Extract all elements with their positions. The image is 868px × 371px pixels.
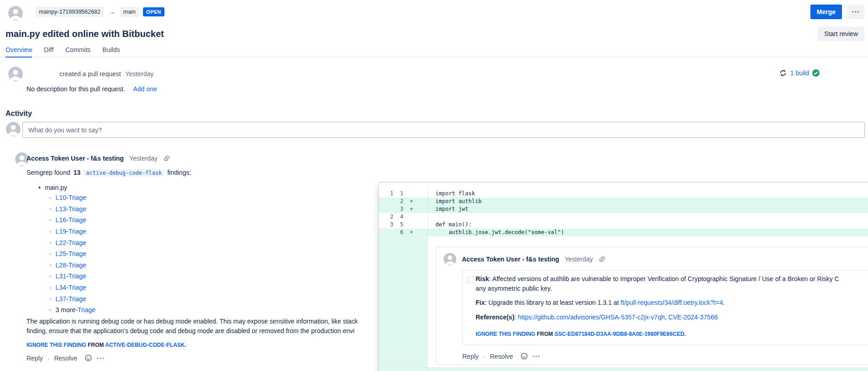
inline-comment-side: Access Token User - f&s testing Yesterda… — [428, 236, 868, 367]
new-line-number: 5 — [393, 221, 403, 229]
tab-builds[interactable]: Builds — [102, 46, 120, 57]
person-icon — [444, 253, 456, 266]
triage-link[interactable]: Triage — [69, 205, 86, 213]
inline-more-actions[interactable]: ··· — [533, 353, 540, 360]
diff-gutter-strip — [379, 236, 428, 367]
permalink-icon[interactable] — [598, 256, 606, 263]
rule-chip: active-debug-code-flask — [84, 169, 164, 177]
tab-diff[interactable]: Diff — [44, 46, 53, 57]
created-time: Yesterday — [126, 70, 154, 78]
current-user-avatar — [6, 122, 21, 136]
finding-line-link[interactable]: L28 — [56, 261, 66, 269]
triage-link[interactable]: Triage — [69, 295, 86, 303]
triage-link[interactable]: Triage — [69, 250, 86, 257]
period: . — [185, 342, 186, 348]
diff-code: 11import flask2+import authlib3+import j… — [379, 183, 868, 236]
comment-more-actions[interactable]: ··· — [97, 355, 105, 362]
diff-sign — [403, 221, 428, 229]
builds-link[interactable]: 1 build — [790, 69, 809, 77]
cve-link[interactable]: CVE-2024-37568 — [668, 314, 718, 321]
finding-checkbox[interactable] — [467, 276, 474, 283]
old-line-number — [379, 198, 393, 205]
findings-sublist: L10 - TriageL13 - TriageL16 - TriageL19 … — [49, 192, 95, 316]
risk-label: Risk — [476, 275, 489, 282]
top-actions: Merge ··· — [810, 5, 864, 19]
finding-line-link[interactable]: L25 — [56, 250, 66, 257]
triage-link[interactable]: Triage — [69, 261, 86, 269]
person-icon — [6, 122, 21, 136]
risk-line: Risk: Affected versions of authlib are v… — [476, 274, 868, 284]
tab-commits[interactable]: Commits — [65, 46, 90, 57]
start-review-button[interactable]: Start review — [818, 26, 864, 41]
code-text — [428, 213, 868, 221]
add-description-link[interactable]: Add one — [133, 85, 157, 93]
triage-link[interactable]: Triage — [69, 194, 86, 201]
ref-separator: , — [665, 314, 668, 321]
finding-line-link[interactable]: L34 — [56, 284, 66, 291]
code-text: def main(): — [428, 221, 868, 229]
triage-link[interactable]: Triage — [78, 306, 95, 314]
risk-text: Affected versions of authlib are vulnera… — [492, 275, 839, 282]
finding-item: L37 - Triage — [49, 293, 95, 304]
inline-ignore-line: IGNORE THIS FINDING FROM SSC-ED87184D-D3… — [476, 329, 868, 339]
finding-line-link[interactable]: L31 — [56, 272, 66, 280]
triage-link[interactable]: Triage — [69, 239, 86, 246]
separator-dot: · — [483, 353, 486, 360]
fix-link[interactable]: ft/pull-requests/34/diff:oetry.lock?t=4 — [621, 299, 723, 306]
new-line-number: 2 — [393, 198, 403, 205]
finding-item: L16 - Triage — [49, 214, 95, 226]
code-text: import authlib — [428, 198, 868, 205]
inline-comment-time: Yesterday — [565, 256, 593, 263]
diff-sign — [403, 190, 428, 198]
builds-status: 1 build — [779, 69, 820, 77]
finding-line-link[interactable]: L19 — [56, 228, 66, 235]
risk-line2: any asymmetric public key. — [476, 284, 868, 293]
finding-line-link[interactable]: L13 — [56, 205, 66, 213]
diff-sign: + — [403, 229, 428, 236]
triage-link[interactable]: Triage — [69, 216, 86, 224]
more-options-button[interactable]: ··· — [847, 5, 864, 19]
add-reaction-icon[interactable] — [85, 354, 92, 362]
reply-button[interactable]: Reply — [26, 355, 43, 362]
new-line-number: 4 — [393, 213, 403, 221]
reply-button[interactable]: Reply — [462, 353, 479, 360]
triage-link[interactable]: Triage — [69, 228, 86, 235]
ignore-finding-link[interactable]: IGNORE THIS FINDING — [26, 342, 86, 348]
finding-more-item: 3 more - Triage — [49, 304, 95, 316]
finding-line-link[interactable]: L37 — [56, 295, 66, 303]
finding-line-link[interactable]: L16 — [56, 216, 66, 224]
tab-overview[interactable]: Overview — [5, 46, 32, 57]
old-line-number: 3 — [379, 221, 393, 229]
resolve-button[interactable]: Resolve — [490, 353, 513, 360]
diff-next-row-partial — [379, 367, 868, 371]
merge-button[interactable]: Merge — [810, 5, 842, 19]
from-label: FROM — [88, 342, 104, 348]
permalink-icon[interactable] — [163, 155, 170, 162]
inline-comment-actions: Reply · Resolve ··· — [462, 352, 867, 360]
finding-item: L34 - Triage — [49, 282, 95, 293]
pr-state-badge: OPEN — [143, 7, 164, 16]
advisory-link[interactable]: https://github.com/advisories/GHSA-5357-… — [518, 314, 665, 321]
old-line-number: 2 — [379, 213, 393, 221]
triage-link[interactable]: Triage — [69, 284, 86, 291]
inline-ignore-link[interactable]: IGNORE THIS FINDING — [476, 331, 535, 337]
findings-list: main.py L10 - TriageL13 - TriageL16 - Tr… — [38, 183, 95, 316]
ignore-rule-link[interactable]: ACTIVE-DEBUG-CODE-FLASK — [105, 342, 185, 348]
diff-row: 24 — [379, 213, 868, 221]
finding-line-link[interactable]: L22 — [56, 239, 66, 246]
comment-input[interactable] — [22, 122, 865, 138]
inline-comment-header: Access Token User - f&s testing Yesterda… — [444, 253, 867, 266]
person-icon — [8, 6, 23, 21]
build-success-icon — [812, 69, 820, 77]
intro-prefix: Semgrep found — [26, 169, 70, 176]
finding-item: L19 - Triage — [49, 226, 95, 237]
pr-title: main.py edited online with Bitbucket — [5, 27, 164, 40]
from-label: FROM — [537, 331, 553, 337]
finding-line-link[interactable]: L10 — [56, 194, 66, 201]
new-line-number: 3 — [393, 205, 403, 213]
add-reaction-icon[interactable] — [520, 352, 528, 360]
resolve-button[interactable]: Resolve — [54, 355, 77, 362]
colon: : — [514, 314, 518, 321]
inline-ignore-target-link[interactable]: SSC-ED87184D-D3AA-9DB8-8A0E-1980F9E66CED — [555, 331, 684, 337]
triage-link[interactable]: Triage — [69, 272, 86, 280]
